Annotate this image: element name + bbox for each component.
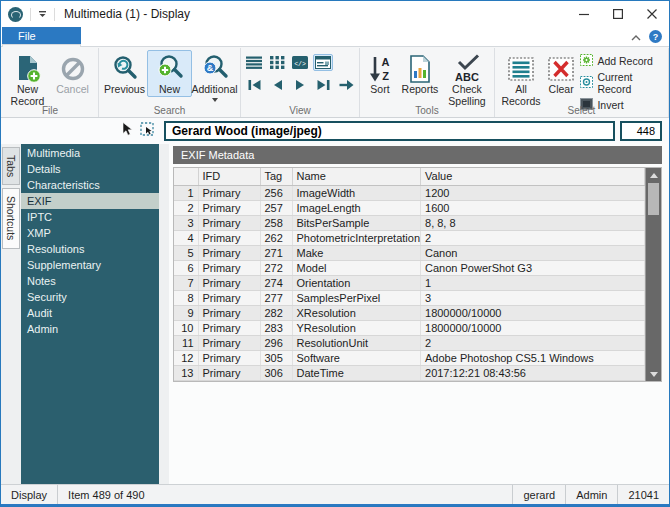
app-icon[interactable] [8,7,23,22]
scroll-up-icon[interactable] [646,168,661,182]
cell-name: ResolutionUnit [292,335,421,350]
sort-button[interactable]: A Z Sort [363,50,397,97]
table-row[interactable]: 12 Primary 305 Software Adobe Photoshop … [174,350,645,365]
scroll-thumb[interactable] [648,183,659,215]
svg-text:A: A [382,56,390,68]
cell-value: 2017:12:21 08:43:56 [421,365,645,380]
sidebar-item[interactable]: EXIF [21,193,159,209]
code-view-icon[interactable]: </> [290,54,310,71]
last-record-icon[interactable] [313,76,333,93]
previous-record-icon[interactable] [267,76,287,93]
group-label-search: Search [99,105,240,116]
cell-ifd: Primary [198,350,260,365]
search-previous-button[interactable]: Previous [102,50,147,97]
cell-name: Model [292,260,421,275]
cancel-button[interactable]: Cancel [50,50,95,97]
help-icon[interactable]: ? [649,30,662,43]
record-count-field: 448 [620,121,662,141]
table-row[interactable]: 13 Primary 306 DateTime 2017:12:21 08:43… [174,365,645,380]
table-row[interactable]: 10 Primary 283 YResolution 1800000/10000 [174,320,645,335]
check-spelling-button[interactable]: ABC Check Spelling [443,50,491,109]
cell-tag: 256 [260,185,292,200]
cell-tag: 305 [260,350,292,365]
close-button[interactable] [635,1,669,27]
quick-access-dropdown-icon[interactable] [38,10,47,18]
cell-value: 1600 [421,200,645,215]
select-all-records-button[interactable]: All Records [498,50,544,109]
side-tab[interactable]: Tabs [2,147,20,185]
table-row[interactable]: 7 Primary 274 Orientation 1 [174,275,645,290]
scroll-down-icon[interactable] [646,367,661,381]
col-header-value[interactable]: Value [421,168,645,185]
table-header-row: IFD Tag Name Value [174,168,645,185]
vertical-scrollbar[interactable] [645,168,661,381]
menu-tab[interactable]: File [2,27,81,44]
all-records-label: All Records [500,84,542,108]
table-row[interactable]: 4 Primary 262 PhotometricInterpretation … [174,230,645,245]
sidebar-item[interactable]: Multimedia [21,145,159,161]
ribbon-group-search: Previous New [99,48,241,117]
cell-rownum: 1 [174,185,198,200]
sidebar-item[interactable]: Details [21,161,159,177]
table-row[interactable]: 8 Primary 277 SamplesPerPixel 3 [174,290,645,305]
ribbon-group-select: All Records Clear [495,48,669,117]
cell-ifd: Primary [198,185,260,200]
collapse-ribbon-icon[interactable] [631,31,641,43]
sidebar-item[interactable]: IPTC [21,209,159,225]
splitter[interactable] [159,144,169,484]
col-header-tag[interactable]: Tag [260,168,292,185]
grid-view-icon[interactable] [267,54,287,71]
status-user: gerard [512,485,565,504]
select-current-record-button[interactable]: Current Record [580,71,665,95]
cell-rownum: 6 [174,260,198,275]
ribbon-group-view: </> [241,48,360,117]
list-view-icon[interactable] [244,54,264,71]
cell-value: Adobe Photoshop CS5.1 Windows [421,350,645,365]
sidebar-item[interactable]: XMP [21,225,159,241]
col-header-ifd[interactable]: IFD [198,168,260,185]
table-row[interactable]: 2 Primary 257 ImageLength 1600 [174,200,645,215]
table-row[interactable]: 9 Primary 282 XResolution 1800000/10000 [174,305,645,320]
cell-tag: 283 [260,320,292,335]
col-header-rownum[interactable] [174,168,198,185]
search-additional-button[interactable]: & Additional [192,50,237,103]
select-region-tool-icon[interactable] [140,122,154,140]
table-row[interactable]: 11 Primary 296 ResolutionUnit 2 [174,335,645,350]
table-row[interactable]: 1 Primary 256 ImageWidth 1200 [174,185,645,200]
next-record-icon[interactable] [290,76,310,93]
goto-record-icon[interactable] [336,76,356,93]
clear-label: Clear [549,84,574,96]
sidebar-item[interactable]: Characteristics [21,177,159,193]
search-new-label: New [159,84,180,96]
exif-table: IFD Tag Name Value 1 Primary 256 ImageWi… [173,167,662,382]
search-new-button[interactable]: New [147,50,192,97]
body: TabsShortcuts MultimediaDetailsCharacter… [1,144,669,484]
cell-tag: 274 [260,275,292,290]
reports-icon [407,53,433,84]
select-clear-button[interactable]: Clear [544,50,578,97]
table-row[interactable]: 6 Primary 272 Model Canon PowerShot G3 [174,260,645,275]
select-add-record-button[interactable]: Add Record [580,54,665,68]
minimize-button[interactable] [567,1,601,27]
sidebar-item[interactable]: Security [21,289,159,305]
sidebar-mini-toolbar [1,122,159,140]
first-record-icon[interactable] [244,76,264,93]
cell-name: SamplesPerPixel [292,290,421,305]
table-row[interactable]: 5 Primary 271 Make Canon [174,245,645,260]
table-row[interactable]: 3 Primary 258 BitsPerSample 8, 8, 8 [174,215,645,230]
cell-tag: 257 [260,200,292,215]
pointer-tool-icon[interactable] [121,122,133,140]
sidebar-item[interactable]: Audit [21,305,159,321]
sidebar-item[interactable]: Supplementary [21,257,159,273]
side-tab[interactable]: Shortcuts [2,188,20,248]
sidebar-item[interactable]: Admin [21,321,159,337]
cell-value: 1200 [421,185,645,200]
sidebar-item[interactable]: Resolutions [21,241,159,257]
reports-button[interactable]: Reports [397,50,443,97]
sidebar-item[interactable]: Notes [21,273,159,289]
cell-tag: 262 [260,230,292,245]
col-header-name[interactable]: Name [292,168,421,185]
maximize-button[interactable] [601,1,635,27]
detail-view-icon[interactable] [313,54,333,71]
new-record-button[interactable]: New Record [5,50,50,109]
